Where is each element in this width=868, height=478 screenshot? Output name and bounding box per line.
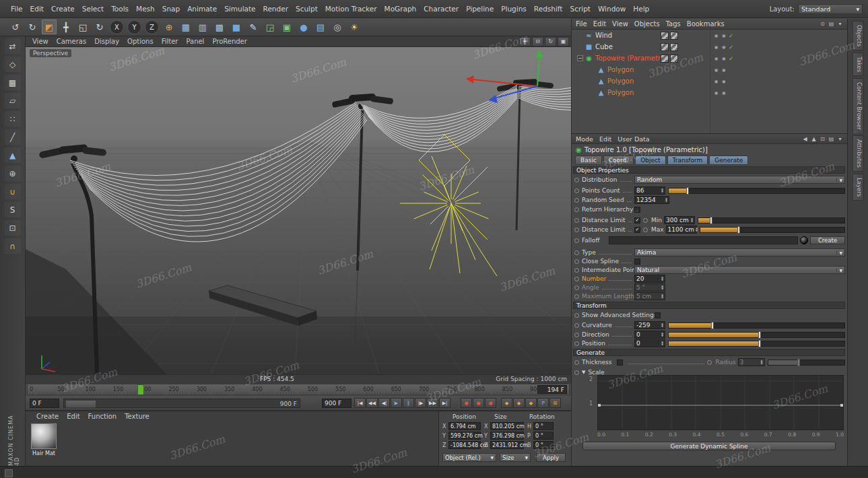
coord-size-select[interactable]: Size▼ — [500, 453, 531, 462]
lock-icon[interactable]: ⊡ — [5, 220, 21, 236]
om-path-icon[interactable]: ⊙ — [818, 20, 827, 28]
deformer-icon[interactable]: ● — [296, 20, 311, 34]
next-key-button[interactable]: ▶▶ — [427, 398, 438, 408]
menu-item[interactable]: Render — [263, 5, 288, 13]
random-seed-field[interactable]: 12354▲▼ — [634, 196, 669, 204]
am-lock-icon[interactable]: ⊡ — [818, 135, 827, 143]
keyframe-dot-icon[interactable] — [643, 218, 648, 223]
light-icon[interactable]: ☀ — [347, 20, 362, 34]
prev-frame-button[interactable]: ◀| — [378, 398, 390, 408]
menu-item[interactable]: Edit — [67, 413, 79, 420]
material-thumbnail[interactable] — [31, 423, 57, 449]
viewport-menu-item[interactable]: View — [32, 38, 48, 45]
keyframe-dot-icon[interactable] — [574, 189, 579, 193]
keyframe-dot-icon[interactable] — [643, 228, 648, 232]
menu-item[interactable]: Function — [88, 413, 117, 420]
visibility-dots-icon[interactable]: ● ● — [714, 33, 727, 38]
viewport-rotate-icon[interactable]: ↻ — [545, 37, 556, 46]
menu-item[interactable]: Create — [51, 5, 75, 13]
menu-item[interactable]: File — [576, 20, 587, 28]
menu-item[interactable]: MoGraph — [385, 5, 417, 13]
section-transform[interactable]: Transform — [573, 302, 845, 309]
viewport-menu-item[interactable]: ProRender — [212, 38, 246, 45]
dock-tab[interactable]: Attributes — [853, 135, 864, 172]
menu-item[interactable]: Mesh — [136, 5, 155, 13]
end-frame-field[interactable]: 900 F — [322, 399, 352, 408]
autokey-button[interactable]: ● — [473, 398, 484, 408]
distance-min-slider[interactable] — [698, 217, 845, 224]
show-advanced-checkbox[interactable] — [655, 312, 661, 318]
am-back-icon[interactable]: ◀ — [801, 135, 809, 143]
axis-mode-icon[interactable]: ⊕ — [5, 166, 21, 181]
menu-item[interactable]: User Data — [617, 135, 649, 143]
key-rotation-button[interactable]: ◆ — [525, 398, 537, 408]
dock-tab[interactable]: Content Browser — [853, 78, 864, 133]
scale-curve-graph[interactable] — [597, 375, 844, 430]
viewport-menu-item[interactable]: Panel — [186, 38, 204, 45]
om-view-mode-icon[interactable]: ▤ — [827, 20, 836, 28]
keyframe-dot-icon[interactable] — [574, 268, 579, 273]
rotation-b-field[interactable]: 0 ° — [533, 441, 554, 449]
spinner-icon[interactable]: ▲▼ — [691, 217, 693, 223]
pause-button[interactable]: ∥ — [403, 398, 414, 408]
menu-item[interactable]: Snap — [162, 5, 180, 13]
object-row[interactable]: − ◉ Topowire (Parametric) ● ● ✓ — [572, 53, 847, 64]
size-z-field[interactable]: 2431.912 cm — [490, 441, 524, 449]
visibility-dots-icon[interactable]: ● ● — [714, 44, 727, 49]
spinner-icon[interactable]: ▲▼ — [661, 322, 663, 328]
direction-slider[interactable] — [668, 332, 845, 338]
distance-limit-max-checkbox[interactable]: ✓ — [634, 227, 640, 233]
keyframe-dot-icon[interactable] — [574, 228, 579, 232]
menu-item[interactable]: View — [612, 20, 628, 28]
texture-tag-icon[interactable] — [661, 32, 669, 40]
texture-tag-icon[interactable] — [670, 55, 678, 63]
texture-tag-icon[interactable] — [670, 32, 678, 40]
object-row[interactable]: ■ Cube ● ● ✓ — [572, 41, 847, 53]
spinner-icon[interactable]: ▲▼ — [661, 188, 663, 193]
coordinate-system-icon[interactable]: ⊕ — [162, 20, 176, 34]
texture-tag-icon[interactable] — [670, 43, 678, 51]
render-settings-icon[interactable]: ▩ — [212, 20, 227, 34]
camera-icon[interactable]: ◎ — [330, 20, 345, 34]
undo-icon[interactable]: ↺ — [8, 20, 23, 34]
goto-end-button[interactable]: ▶| — [439, 398, 450, 408]
spinner-icon[interactable]: ▲▼ — [661, 276, 663, 281]
menu-item[interactable]: Script — [570, 5, 590, 13]
thickness-checkbox[interactable] — [617, 360, 623, 366]
object-row[interactable]: ▲ Polygon ● ● — [572, 75, 847, 87]
om-filter-icon[interactable]: ▾ — [836, 20, 844, 28]
object-row[interactable]: ≈ Wind ● ● ✓ — [572, 30, 847, 41]
magnet-icon[interactable]: ∩ — [5, 238, 21, 254]
visibility-dots-icon[interactable]: ● ● — [714, 90, 727, 95]
visibility-dots-icon[interactable]: ● ● — [714, 79, 727, 83]
keyframe-dot-icon[interactable] — [574, 323, 579, 328]
tab-coord[interactable]: Coord. — [603, 156, 634, 165]
dock-tab[interactable]: Layers — [853, 174, 864, 201]
key-position-button[interactable]: ◆ — [501, 398, 512, 408]
object-name[interactable]: Polygon — [607, 77, 634, 85]
size-x-field[interactable]: 810.205 cm — [490, 422, 524, 430]
spinner-icon[interactable]: ▲▼ — [665, 197, 667, 203]
keyframe-dot-icon[interactable] — [574, 250, 579, 255]
menu-item[interactable]: Motion Tracker — [325, 5, 377, 13]
start-frame-field[interactable]: 0 F — [30, 399, 59, 408]
viewport-zoom-icon[interactable]: ⊟ — [532, 37, 543, 46]
keyframe-dot-icon[interactable] — [574, 259, 579, 264]
object-name[interactable]: Polygon — [607, 66, 634, 73]
pen-spline-icon[interactable]: ✎ — [246, 20, 261, 34]
subdivision-surface-icon[interactable]: ◲ — [263, 20, 277, 34]
y-axis-button[interactable]: Y — [127, 20, 141, 34]
position-z-field[interactable]: -1084.548 cm — [448, 441, 481, 449]
curvature-field[interactable]: -259▲▼ — [634, 321, 665, 329]
menu-item[interactable]: Create — [36, 413, 59, 420]
environment-icon[interactable]: ▤ — [313, 20, 328, 34]
viewport-menu-item[interactable]: Display — [94, 38, 119, 45]
object-row[interactable]: ▲ Polygon ● ● — [572, 87, 847, 98]
direction-field[interactable]: 0▲▼ — [634, 331, 665, 339]
object-name[interactable]: Topowire (Parametric) — [595, 55, 669, 62]
keyframe-dot-icon[interactable] — [574, 313, 579, 318]
record-button[interactable]: ● — [461, 398, 472, 408]
falloff-preview-icon[interactable] — [800, 236, 808, 244]
expander-icon[interactable] — [589, 90, 595, 96]
edges-mode-icon[interactable]: ╱ — [5, 129, 21, 145]
